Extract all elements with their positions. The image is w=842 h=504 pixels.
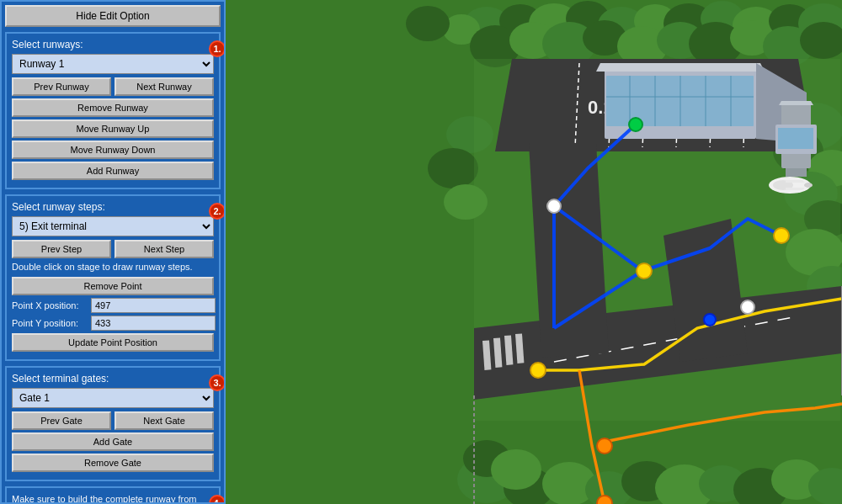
- update-point-button[interactable]: Update Point Position: [12, 333, 214, 352]
- svg-point-13: [406, 6, 450, 41]
- y-position-row: Point Y position:: [12, 316, 214, 331]
- svg-marker-81: [786, 180, 805, 183]
- y-position-input[interactable]: [91, 316, 216, 331]
- gate-nav-row: Prev Gate Next Gate: [12, 411, 214, 430]
- airport-scene[interactable]: 0.1 0.2: [226, 0, 842, 504]
- svg-point-86: [774, 228, 789, 243]
- x-label: Point X position:: [12, 300, 88, 310]
- svg-rect-78: [786, 168, 807, 177]
- left-panel: Hide Edit Option Select runways: Runway …: [0, 0, 226, 504]
- section-gates-label: Select terminal gates:: [12, 373, 214, 385]
- runway-select[interactable]: Runway 1: [12, 54, 214, 74]
- section2-badge: 2.: [209, 203, 226, 220]
- svg-point-87: [597, 438, 612, 454]
- step-info-text: Double click on stage to draw runway ste…: [12, 261, 214, 273]
- svg-point-84: [530, 363, 546, 378]
- prev-step-button[interactable]: Prev Step: [12, 240, 111, 258]
- y-label: Point Y position:: [12, 318, 88, 328]
- gate-select[interactable]: Gate 1: [12, 388, 214, 408]
- svg-point-85: [637, 263, 652, 279]
- section1-badge: 1.: [209, 40, 226, 57]
- svg-marker-62: [529, 143, 609, 358]
- svg-marker-77: [779, 101, 813, 105]
- add-gate-button[interactable]: Add Gate: [12, 432, 214, 451]
- section-gates: Select terminal gates: Gate 1 Prev Gate …: [5, 366, 221, 481]
- remove-runway-button[interactable]: Remove Runway: [12, 98, 214, 117]
- remove-gate-button[interactable]: Remove Gate: [12, 454, 214, 472]
- section3-badge: 3.: [209, 374, 226, 391]
- section-runway-steps: Select runway steps: 5) Exit terminal Pr…: [5, 194, 221, 361]
- svg-point-90: [741, 300, 754, 314]
- move-runway-down-button[interactable]: Move Runway Down: [12, 141, 214, 159]
- svg-marker-72: [596, 63, 765, 72]
- step-select[interactable]: 5) Exit terminal: [12, 216, 214, 236]
- remove-point-button[interactable]: Remove Point: [12, 277, 214, 295]
- section-test: Make sure to build the complete runway f…: [5, 486, 221, 504]
- svg-point-92: [704, 314, 716, 326]
- svg-point-45: [491, 449, 541, 490]
- x-position-input[interactable]: [91, 298, 216, 313]
- hide-edit-option-button[interactable]: Hide Edit Option: [5, 5, 221, 27]
- svg-point-88: [597, 496, 612, 504]
- section-steps-label: Select runway steps:: [12, 201, 214, 213]
- test-info-text: Make sure to build the complete runway f…: [12, 493, 214, 504]
- section-runways-label: Select runways:: [12, 39, 214, 50]
- section4-badge: 4.: [209, 495, 226, 504]
- svg-point-32: [428, 148, 478, 188]
- prev-runway-button[interactable]: Prev Runway: [12, 77, 111, 96]
- section-runways: Select runways: Runway 1 Prev Runway Nex…: [5, 32, 221, 189]
- x-position-row: Point X position:: [12, 298, 214, 313]
- svg-point-91: [629, 118, 642, 131]
- next-step-button[interactable]: Next Step: [115, 240, 214, 258]
- runway-nav-row: Prev Runway Next Runway: [12, 77, 214, 96]
- prev-gate-button[interactable]: Prev Gate: [12, 411, 111, 430]
- svg-point-89: [547, 199, 561, 213]
- add-runway-button[interactable]: Add Runway: [12, 162, 214, 180]
- move-runway-up-button[interactable]: Move Runway Up: [12, 119, 214, 138]
- svg-marker-82: [786, 188, 805, 190]
- step-nav-row: Prev Step Next Step: [12, 240, 214, 258]
- svg-point-83: [804, 183, 813, 188]
- next-gate-button[interactable]: Next Gate: [115, 411, 214, 430]
- svg-rect-76: [778, 128, 813, 149]
- next-runway-button[interactable]: Next Runway: [115, 77, 214, 96]
